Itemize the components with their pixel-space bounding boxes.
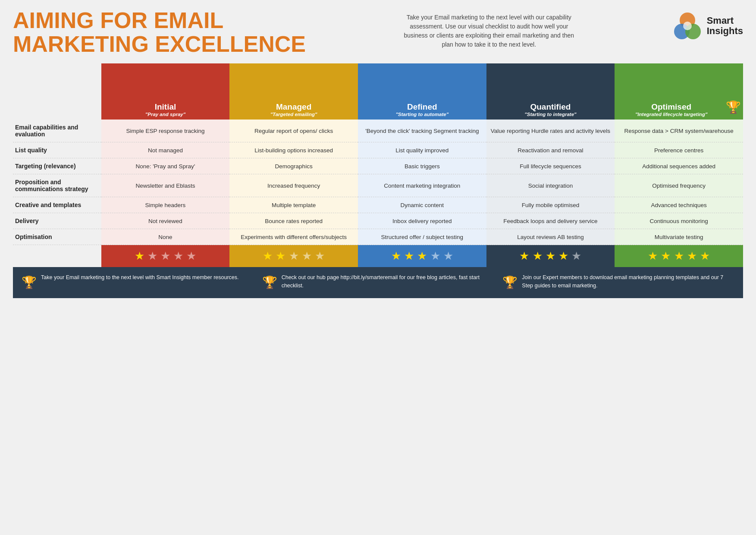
star-filled: ★ [263, 249, 273, 262]
star-filled: ★ [648, 249, 658, 262]
cell-proposition-managed: Increased frequency [229, 174, 358, 197]
logo-icon [672, 11, 703, 41]
table-row: Targeting (relevance) None: 'Pray and Sp… [13, 158, 743, 174]
star-empty: ★ [315, 249, 325, 262]
star-empty: ★ [186, 249, 196, 262]
star-filled: ★ [135, 249, 144, 262]
footer-text-3: Join our Expert members to download emai… [522, 274, 734, 290]
cell-list-quality-managed: List-building options increased [229, 142, 358, 158]
matrix-container: Initial "Pray and spray" Managed "Target… [13, 63, 743, 267]
cell-email-cap-managed: Regular report of opens/ clicks [229, 120, 358, 142]
row-label-delivery: Delivery [13, 213, 101, 229]
star-filled: ★ [276, 249, 285, 262]
stars-row: ★ ★ ★ ★ ★ ★ ★ ★ ★ ★ ★ ★ [13, 245, 743, 268]
footer-item-2: 🏆 Check out our hub page http://bit.ly/s… [262, 274, 494, 292]
star-filled: ★ [519, 249, 529, 262]
footer-item-3: 🏆 Join our Expert members to download em… [502, 274, 734, 292]
label-header [13, 63, 101, 120]
star-empty: ★ [289, 249, 299, 262]
header: AIMING FOR EMAIL MARKETING EXCELLENCE Ta… [13, 9, 743, 56]
cell-delivery-initial: Not reviewed [101, 213, 230, 229]
cell-optimisation-initial: None [101, 229, 230, 245]
cell-proposition-initial: Newsletter and Eblasts [101, 174, 230, 197]
table-row: Email capabilities and evaluation Simple… [13, 120, 743, 142]
footer-item-1: 🏆 Take your Email marketing to the next … [22, 274, 254, 292]
row-label-targeting: Targeting (relevance) [13, 158, 101, 174]
cell-targeting-optimised: Additional sequences added [615, 158, 743, 174]
star-empty: ★ [571, 249, 581, 262]
cell-delivery-defined: Inbox delivery reported [358, 213, 486, 229]
star-filled: ★ [533, 249, 543, 262]
cell-email-cap-quantified: Value reporting Hurdle rates and activit… [486, 120, 615, 142]
cell-creative-managed: Multiple template [229, 197, 358, 213]
cell-optimisation-optimised: Multivariate testing [615, 229, 743, 245]
cell-creative-optimised: Advanced techniques [615, 197, 743, 213]
star-empty: ★ [147, 249, 157, 262]
star-filled: ★ [687, 249, 697, 262]
star-filled: ★ [546, 249, 555, 262]
cell-email-cap-optimised: Response data > CRM system/warehouse [615, 120, 743, 142]
star-empty: ★ [160, 249, 170, 262]
cell-targeting-defined: Basic triggers [358, 158, 486, 174]
cell-targeting-initial: None: 'Pray and Spray' [101, 158, 230, 174]
star-empty: ★ [173, 249, 183, 262]
cell-creative-initial: Simple headers [101, 197, 230, 213]
cell-email-cap-initial: Simple ESP response tracking [101, 120, 230, 142]
matrix-table: Initial "Pray and spray" Managed "Target… [13, 63, 743, 267]
cell-targeting-managed: Demographics [229, 158, 358, 174]
cell-list-quality-defined: List quality improved [358, 142, 486, 158]
star-empty: ★ [443, 249, 453, 262]
footer: 🏆 Take your Email marketing to the next … [13, 267, 743, 298]
logo-text: Smart Insights [707, 16, 743, 36]
stars-initial: ★ ★ ★ ★ ★ [101, 245, 230, 268]
star-empty: ★ [302, 249, 312, 262]
svg-point-3 [683, 22, 692, 30]
header-description: Take your Email marketing to the next le… [398, 9, 580, 49]
cell-list-quality-quantified: Reactivation and removal [486, 142, 615, 158]
cell-proposition-optimised: Optimised frequency [615, 174, 743, 197]
stars-optimised: ★ ★ ★ ★ ★ [615, 245, 743, 268]
cell-proposition-quantified: Social integration [486, 174, 615, 197]
table-row: Creative and templates Simple headers Mu… [13, 197, 743, 213]
row-label-optimisation: Optimisation [13, 229, 101, 245]
cell-list-quality-optimised: Preference centres [615, 142, 743, 158]
header-title: AIMING FOR EMAIL MARKETING EXCELLENCE [13, 9, 306, 56]
cell-optimisation-managed: Experiments with different offers/subjec… [229, 229, 358, 245]
row-label-proposition: Proposition and communications strategy [13, 174, 101, 197]
row-label-list-quality: List quality [13, 142, 101, 158]
footer-text-2: Check out our hub page http://bit.ly/sma… [282, 274, 494, 290]
cell-delivery-quantified: Feedback loops and delivery service [486, 213, 615, 229]
stars-label-cell [13, 245, 101, 268]
page: AIMING FOR EMAIL MARKETING EXCELLENCE Ta… [0, 0, 756, 535]
row-label-email-cap: Email capabilities and evaluation [13, 120, 101, 142]
star-filled: ★ [391, 249, 401, 262]
header-logo: Smart Insights [672, 9, 743, 41]
table-row: List quality Not managed List-building o… [13, 142, 743, 158]
stars-quantified: ★ ★ ★ ★ ★ [486, 245, 615, 268]
col-header-managed: Managed "Targeted emailing" [229, 63, 358, 120]
col-header-initial: Initial "Pray and spray" [101, 63, 230, 120]
star-filled: ★ [558, 249, 568, 262]
page-title: AIMING FOR EMAIL MARKETING EXCELLENCE [13, 9, 306, 56]
cell-optimisation-quantified: Layout reviews AB testing [486, 229, 615, 245]
header-row: Initial "Pray and spray" Managed "Target… [13, 63, 743, 120]
stars-managed: ★ ★ ★ ★ ★ [229, 245, 358, 268]
cell-email-cap-defined: 'Beyond the click' tracking Segment trac… [358, 120, 486, 142]
cell-creative-quantified: Fully mobile optimised [486, 197, 615, 213]
footer-trophy-icon-1: 🏆 [22, 274, 37, 292]
footer-trophy-icon-2: 🏆 [262, 274, 277, 292]
col-header-optimised: 🏆 Optimised "Integrated lifecycle target… [615, 63, 743, 120]
star-filled: ★ [661, 249, 671, 262]
cell-targeting-quantified: Full lifecycle sequences [486, 158, 615, 174]
footer-text-1: Take your Email marketing to the next le… [41, 274, 239, 282]
cell-delivery-managed: Bounce rates reported [229, 213, 358, 229]
row-label-creative: Creative and templates [13, 197, 101, 213]
table-row: Delivery Not reviewed Bounce rates repor… [13, 213, 743, 229]
trophy-icon: 🏆 [726, 100, 741, 114]
col-header-quantified: Quantified "Starting to integrate" [486, 63, 615, 120]
star-empty: ★ [430, 249, 440, 262]
star-filled: ★ [417, 249, 427, 262]
table-row: Optimisation None Experiments with diffe… [13, 229, 743, 245]
star-filled: ★ [674, 249, 684, 262]
stars-defined: ★ ★ ★ ★ ★ [358, 245, 486, 268]
